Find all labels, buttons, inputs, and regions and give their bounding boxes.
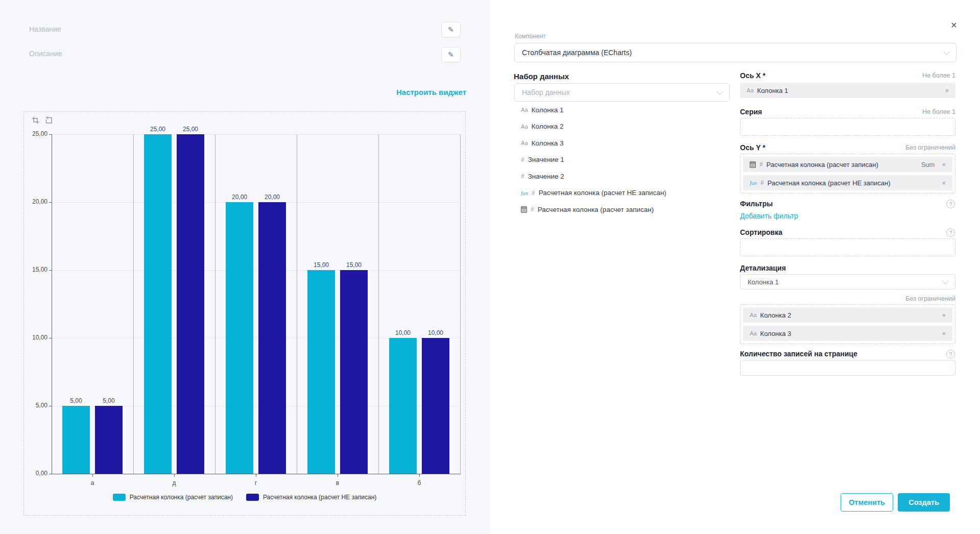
close-icon[interactable]: ✕ [948, 19, 960, 31]
bar[interactable] [177, 134, 204, 474]
x-tick-mark [338, 474, 338, 477]
y-axis-tick-label: 0,00 [18, 470, 47, 477]
bar[interactable] [226, 202, 253, 474]
legend-item[interactable]: Расчетная колонка (расчет НЕ записан) [246, 494, 376, 501]
cancel-button[interactable]: Отменить [841, 493, 893, 512]
selected-column-chip[interactable]: # Расчетная колонка (расчет записан) Sum… [743, 157, 952, 172]
dataset-column-item[interactable]: Аа Колонка 3 [521, 138, 666, 148]
column-label: Значение 1 [528, 156, 564, 163]
bar-value-label: 25,00 [142, 126, 173, 133]
bar-value-label: 15,00 [306, 261, 337, 269]
x-tick-mark [92, 474, 93, 477]
help-icon[interactable]: ? [946, 200, 955, 208]
chevron-down-icon [943, 48, 950, 55]
bar[interactable] [422, 338, 449, 474]
series-dropzone[interactable] [740, 118, 955, 136]
x-gridline [297, 134, 297, 474]
chip-remove-icon[interactable]: × [942, 311, 946, 319]
chip-remove-icon[interactable]: × [942, 179, 946, 187]
chart-preview-container: 0,005,0010,0015,0020,0025,00а5,005,00д25… [23, 111, 466, 516]
help-icon[interactable]: ? [946, 228, 955, 237]
y-gridline [52, 270, 460, 271]
bar[interactable] [307, 270, 335, 474]
selected-column-chip[interactable]: Аа Колонка 3 × [743, 326, 952, 341]
edit-description-button[interactable]: ✎ [441, 47, 461, 62]
dataset-column-item[interactable]: # Значение 2 [521, 171, 666, 181]
component-select[interactable]: Столбчатая диаграмма (ECharts) [514, 43, 957, 62]
bar-value-label: 15,00 [339, 261, 369, 269]
dataset-column-list: Аа Колонка 1 Аа Колонка 2 Аа Колонка 3 #… [521, 105, 666, 221]
bar[interactable] [144, 134, 172, 474]
bar-value-label: 25,00 [175, 126, 206, 133]
dataset-column-item[interactable]: Аа Колонка 2 [521, 122, 666, 132]
widget-settings-panel: ✕ Компонент Столбчатая диаграмма (EChart… [490, 0, 980, 534]
chip-label: Колонка 1 [757, 87, 788, 94]
axis-y-limit: Без ограничений [802, 144, 955, 151]
axis-y-label: Ось Y * [740, 143, 766, 152]
column-type-icons: # [521, 156, 524, 163]
chip-icons: fun# [750, 179, 764, 186]
bar[interactable] [340, 270, 368, 474]
dataset-column-item[interactable]: # Значение 1 [521, 155, 666, 165]
detail-select[interactable]: Колонка 1 [740, 274, 955, 289]
number-type-icon: # [521, 173, 524, 180]
bar[interactable] [95, 406, 123, 474]
column-label: Значение 2 [528, 173, 564, 180]
chip-remove-icon[interactable]: × [942, 161, 946, 168]
detail-select-value: Колонка 1 [748, 278, 779, 286]
configure-widget-link[interactable]: Настроить виджет [396, 88, 466, 96]
axis-y-dropzone[interactable]: # Расчетная колонка (расчет записан) Sum… [740, 154, 955, 193]
page-size-input[interactable] [740, 360, 955, 376]
text-type-icon: Аа [747, 87, 754, 93]
filters-label: Фильтры [740, 200, 773, 208]
chip-icons: # [750, 161, 763, 168]
axis-x-label: Ось X * [740, 71, 766, 80]
chip-icons: Аа [750, 312, 757, 318]
selected-column-chip[interactable]: Аа Колонка 2 × [743, 307, 952, 323]
chip-remove-icon[interactable]: × [942, 330, 946, 337]
widget-description-field[interactable]: Описание [29, 50, 62, 58]
y-axis-tick-label: 25,00 [18, 130, 47, 137]
restore-icon[interactable] [44, 116, 53, 127]
calculator-icon [521, 206, 527, 213]
widget-name-field[interactable]: Название [29, 25, 61, 33]
dataset-column-item[interactable]: # Расчетная колонка (расчет записан) [521, 204, 666, 214]
chevron-down-icon [942, 278, 949, 284]
detail-limit: Без ограничений [802, 295, 955, 302]
aggregation-tag[interactable]: Sum [921, 161, 935, 168]
x-gridline [215, 134, 216, 474]
selected-column-chip[interactable]: fun# Расчетная колонка (расчет НЕ записа… [743, 175, 952, 190]
chip-remove-icon[interactable]: × [945, 87, 949, 94]
bar[interactable] [62, 406, 90, 474]
edit-name-button[interactable]: ✎ [441, 22, 461, 37]
bar-value-label: 20,00 [224, 193, 255, 201]
bar[interactable] [389, 338, 417, 474]
dataset-column-item[interactable]: fun# Расчетная колонка (расчет НЕ записа… [521, 188, 666, 198]
help-icon[interactable]: ? [946, 350, 955, 358]
add-filter-link[interactable]: Добавить фильтр [740, 212, 798, 220]
y-axis-tick-label: 10,00 [18, 334, 47, 341]
data-zoom-icon[interactable] [31, 116, 40, 127]
column-type-icons: fun# [521, 189, 535, 197]
legend-item[interactable]: Расчетная колонка (расчет записан) [113, 494, 233, 501]
x-tick-mark [174, 474, 175, 477]
chip-label: Расчетная колонка (расчет записан) [767, 161, 878, 168]
chip-label: Колонка 3 [760, 330, 792, 337]
text-type-icon: Аа [750, 312, 757, 318]
x-gridline [460, 134, 461, 474]
axis-x-selection: Аа Колонка 1 × [740, 83, 955, 98]
bar-value-label: 20,00 [257, 193, 288, 201]
dataset-select[interactable]: Набор данных [514, 83, 730, 102]
detail-dropzone[interactable]: Аа Колонка 2 × Аа Колонка 3 × [740, 304, 955, 344]
bar[interactable] [258, 202, 286, 474]
text-type-icon: Аа [521, 107, 528, 113]
create-button[interactable]: Создать [898, 493, 950, 512]
dataset-column-item[interactable]: Аа Колонка 1 [521, 105, 666, 115]
sorting-dropzone[interactable] [740, 238, 955, 256]
text-type-icon: Аа [521, 124, 528, 130]
column-label: Расчетная колонка (расчет НЕ записан) [539, 189, 666, 197]
y-axis-line [52, 134, 52, 474]
series-limit: Не более 1 [802, 108, 955, 115]
column-type-icons: Аа [521, 124, 528, 130]
selected-column-chip[interactable]: Аа Колонка 1 × [740, 83, 955, 98]
